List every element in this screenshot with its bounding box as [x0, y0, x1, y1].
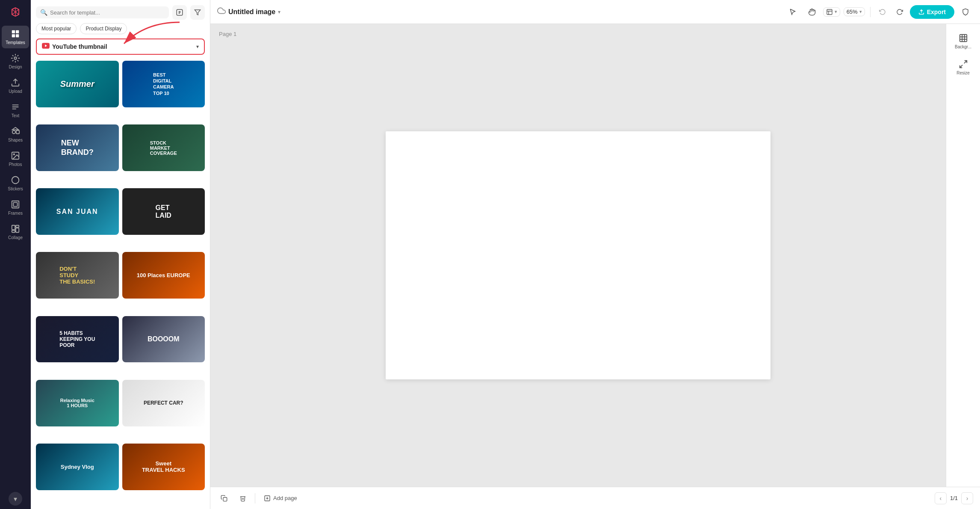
template-card-content: 100 Places EUROPE	[122, 252, 205, 299]
background-tool-btn[interactable]: Backgr...	[950, 29, 977, 53]
template-card-content: Sydney Vlog	[36, 444, 119, 490]
sidebar-item-text[interactable]: Text	[2, 99, 29, 121]
svg-rect-23	[959, 35, 967, 42]
sidebar-shapes-label: Shapes	[8, 138, 23, 142]
shield-btn[interactable]	[958, 4, 973, 20]
template-card[interactable]: Summer	[36, 61, 119, 107]
template-card[interactable]: 5 HABITSKEEPING YOUPOOR	[36, 316, 119, 363]
prev-page-btn[interactable]: ‹	[935, 492, 947, 504]
svg-point-8	[12, 130, 15, 133]
redo-icon	[896, 9, 903, 15]
svg-point-12	[13, 154, 15, 155]
delete-page-btn[interactable]	[236, 491, 250, 505]
title-dropdown-icon[interactable]: ▾	[278, 9, 280, 15]
shield-icon	[962, 8, 969, 16]
template-card-content: SweetTRAVEL HACKS	[122, 444, 205, 490]
shapes-icon	[11, 127, 20, 136]
sidebar-text-label: Text	[12, 113, 19, 118]
template-card-content: PERFECT CAR?	[122, 380, 205, 426]
filter-icon	[194, 9, 201, 16]
sidebar-item-templates[interactable]: Templates	[2, 26, 29, 48]
template-card[interactable]: PERFECT CAR?	[122, 380, 205, 426]
template-card[interactable]: Sydney Vlog	[36, 444, 119, 490]
sidebar-frames-label: Frames	[8, 211, 23, 216]
search-input-wrap[interactable]: 🔍	[36, 6, 169, 18]
add-page-btn[interactable]: Add page	[260, 492, 301, 504]
templates-panel: 🔍 Most popular Product Display YouTube t…	[31, 0, 210, 509]
export-btn[interactable]: Export	[910, 5, 954, 19]
stickers-icon	[11, 175, 20, 185]
redo-btn[interactable]	[893, 5, 906, 19]
youtube-icon	[42, 43, 50, 50]
view-options-chevron: ▾	[835, 9, 837, 15]
svg-rect-15	[13, 202, 17, 206]
header: Untitled image ▾	[210, 0, 980, 24]
svg-line-24	[964, 61, 966, 63]
template-card-content: 5 HABITSKEEPING YOUPOOR	[36, 316, 119, 363]
select-tool-icon	[789, 8, 797, 16]
sidebar-item-stickers[interactable]: Stickers	[2, 172, 29, 195]
cloud-save-icon	[217, 6, 226, 17]
template-card[interactable]: 100 Places EUROPE	[122, 252, 205, 299]
canvas[interactable]	[386, 131, 770, 379]
template-card[interactable]: DON'TSTUDYTHE BASICS!	[36, 252, 119, 299]
header-title-area: Untitled image ▾	[217, 6, 780, 17]
photos-icon	[11, 151, 20, 160]
filter-tag-popular[interactable]: Most popular	[36, 23, 77, 34]
collage-icon	[11, 224, 20, 234]
page-indicator: 1/1	[950, 495, 958, 501]
frames-icon	[11, 200, 20, 209]
sidebar-item-shapes[interactable]: Shapes	[2, 123, 29, 146]
document-title: Untitled image	[228, 8, 275, 16]
text-icon	[11, 102, 20, 112]
template-card[interactable]: SAN JUAN	[36, 188, 119, 235]
filter-btn[interactable]	[190, 5, 205, 20]
template-card[interactable]: GETLAID	[122, 188, 205, 235]
template-card[interactable]: BOOOOM	[122, 316, 205, 363]
template-card[interactable]: SweetTRAVEL HACKS	[122, 444, 205, 490]
svg-rect-17	[16, 225, 19, 228]
page-navigation: ‹ 1/1 ›	[935, 492, 973, 504]
yt-category-label: YouTube thumbnail	[52, 43, 194, 50]
template-card[interactable]: Relaxing Music1 HOURS	[36, 380, 119, 426]
resize-label: Resize	[956, 71, 970, 75]
svg-rect-22	[827, 9, 832, 15]
sidebar-item-upload[interactable]: Upload	[2, 74, 29, 97]
template-card[interactable]: NEWBRAND?	[36, 124, 119, 171]
ai-search-icon	[176, 9, 183, 16]
resize-tool-btn[interactable]: Resize	[950, 55, 977, 80]
sidebar-item-photos[interactable]: Photos	[2, 148, 29, 170]
ai-search-btn[interactable]	[172, 5, 187, 20]
template-card[interactable]: BESTDIGITALCAMERATOP 10	[122, 61, 205, 107]
filter-tags: Most popular Product Display	[31, 23, 210, 38]
bottom-divider	[255, 493, 255, 503]
select-tool-btn[interactable]	[785, 4, 801, 20]
undo-btn[interactable]	[876, 5, 889, 19]
yt-category-selector[interactable]: YouTube thumbnail ▾	[36, 38, 205, 55]
duplicate-page-btn[interactable]	[217, 491, 231, 505]
search-input[interactable]	[50, 9, 165, 16]
resize-icon	[959, 59, 968, 69]
sidebar-expand-btn[interactable]: ▾	[9, 492, 22, 506]
template-card-content: GETLAID	[122, 188, 205, 235]
zoom-control[interactable]: 65% ▾	[844, 7, 865, 16]
template-card-content: STOCKMARKETCOVERAGE	[122, 124, 205, 171]
sidebar-templates-label: Templates	[6, 40, 25, 45]
filter-tag-product[interactable]: Product Display	[80, 23, 127, 34]
sidebar-item-design[interactable]: Design	[2, 50, 29, 73]
svg-rect-2	[12, 30, 15, 33]
svg-line-25	[959, 65, 962, 68]
duplicate-icon	[221, 495, 227, 502]
next-page-btn[interactable]: ›	[961, 492, 973, 504]
template-card[interactable]: STOCKMARKETCOVERAGE	[122, 124, 205, 171]
template-card-content: Summer	[36, 61, 119, 107]
svg-rect-19	[12, 231, 15, 233]
sidebar-item-collage[interactable]: Collage	[2, 221, 29, 243]
template-grid: Summer BESTDIGITALCAMERATOP 10 NEWBRAND?…	[31, 59, 210, 509]
hand-tool-btn[interactable]	[804, 4, 820, 20]
view-options-btn[interactable]: ▾	[823, 7, 840, 17]
sidebar-item-frames[interactable]: Frames	[2, 196, 29, 219]
hand-tool-icon	[808, 8, 816, 16]
template-card-content: SAN JUAN	[36, 188, 119, 235]
page-label: Page 1	[219, 31, 236, 37]
